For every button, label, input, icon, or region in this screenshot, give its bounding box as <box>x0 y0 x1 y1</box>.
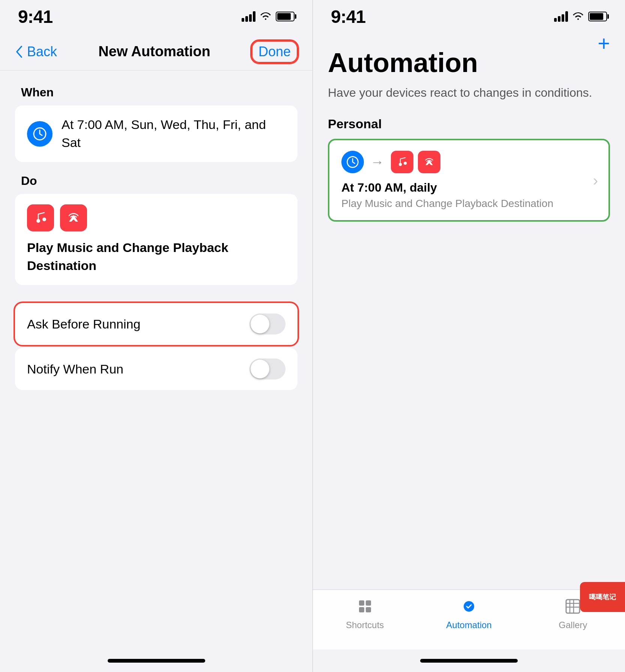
nav-title: New Automation <box>98 44 210 60</box>
right-home-indicator <box>313 650 625 672</box>
when-card[interactable]: At 7:00 AM, Sun, Wed, Thu, Fri, and Sat <box>15 105 297 162</box>
done-button[interactable]: Done <box>252 41 297 63</box>
notify-when-run-section: Notify When Run <box>15 348 297 390</box>
wifi-icon <box>260 10 271 23</box>
ask-before-running-row[interactable]: Ask Before Running <box>15 303 297 345</box>
auto-clock-icon <box>341 151 364 173</box>
right-content: Automation Have your devices react to ch… <box>313 33 625 590</box>
back-label: Back <box>27 44 57 60</box>
right-battery-icon <box>588 12 607 21</box>
svg-rect-6 <box>359 600 364 606</box>
left-status-icons <box>242 10 294 23</box>
auto-app-icons <box>391 151 440 173</box>
watermark-text: 噶噶笔记 <box>589 592 616 602</box>
when-section-label: When <box>15 86 297 99</box>
right-wifi-icon <box>572 10 584 23</box>
gallery-tab-label: Gallery <box>559 620 587 630</box>
personal-section-header: Personal <box>328 117 610 131</box>
signal-icon <box>242 11 255 22</box>
svg-point-2 <box>42 218 46 221</box>
svg-point-5 <box>404 162 407 165</box>
right-status-bar: 9:41 <box>313 0 625 33</box>
right-phone: 9:41 + Automation Have your devices reac… <box>312 0 625 672</box>
do-section-label: Do <box>15 174 297 188</box>
ask-before-running-toggle[interactable] <box>249 314 285 334</box>
tab-automation[interactable]: Automation <box>417 596 521 630</box>
notify-when-run-row[interactable]: Notify When Run <box>15 348 297 390</box>
music-app-icon <box>27 204 54 231</box>
left-home-indicator <box>0 650 312 672</box>
left-phone: 9:41 Back New Automation Done <box>0 0 312 672</box>
auto-airplay-icon <box>418 151 440 173</box>
airplay-app-icon <box>60 204 87 231</box>
svg-rect-9 <box>366 607 371 612</box>
shortcuts-tab-label: Shortcuts <box>346 620 384 630</box>
arrow-right-icon: → <box>371 154 384 170</box>
shortcuts-icon <box>354 596 376 617</box>
back-button[interactable]: Back <box>15 44 57 60</box>
chevron-right-icon: › <box>593 172 598 189</box>
automation-card[interactable]: → <box>328 139 610 222</box>
right-status-time: 9:41 <box>331 6 365 27</box>
battery-icon <box>276 12 294 21</box>
svg-point-4 <box>399 163 402 166</box>
ask-before-running-section: Ask Before Running <box>15 303 297 345</box>
right-signal-icon <box>554 11 568 22</box>
plus-button[interactable]: + <box>598 33 610 54</box>
clock-icon <box>27 121 53 147</box>
right-status-icons <box>554 10 607 23</box>
automation-card-header: → <box>341 151 596 173</box>
page-subtitle: Have your devices react to changes in co… <box>328 84 610 102</box>
automation-tab-label: Automation <box>446 620 491 630</box>
automation-time: At 7:00 AM, daily <box>341 181 596 195</box>
svg-rect-11 <box>566 600 580 613</box>
left-status-time: 9:41 <box>18 6 53 27</box>
svg-rect-8 <box>359 607 364 612</box>
svg-point-1 <box>36 219 40 223</box>
notify-when-run-label: Notify When Run <box>27 362 123 376</box>
page-title: Automation <box>328 48 610 78</box>
automation-tab-icon <box>458 596 480 617</box>
left-status-bar: 9:41 <box>0 0 312 33</box>
left-content: When At 7:00 AM, Sun, Wed, Thu, Fri, and… <box>0 70 312 650</box>
automation-description: Play Music and Change Playback Destinati… <box>341 198 596 210</box>
tab-shortcuts[interactable]: Shortcuts <box>313 596 417 630</box>
do-card[interactable]: Play Music and Change Playback Destinati… <box>15 194 297 285</box>
left-nav-bar: Back New Automation Done <box>0 33 312 70</box>
tab-bar: Shortcuts Automation <box>313 590 625 650</box>
auto-music-icon <box>391 151 413 173</box>
notify-when-run-toggle[interactable] <box>249 358 285 380</box>
do-action-text: Play Music and Change Playback Destinati… <box>27 239 285 274</box>
when-time-text: At 7:00 AM, Sun, Wed, Thu, Fri, and Sat <box>62 116 285 152</box>
do-icons <box>27 204 285 231</box>
watermark: 噶噶笔记 <box>580 582 625 612</box>
ask-before-running-label: Ask Before Running <box>27 317 140 332</box>
svg-rect-7 <box>366 600 371 606</box>
